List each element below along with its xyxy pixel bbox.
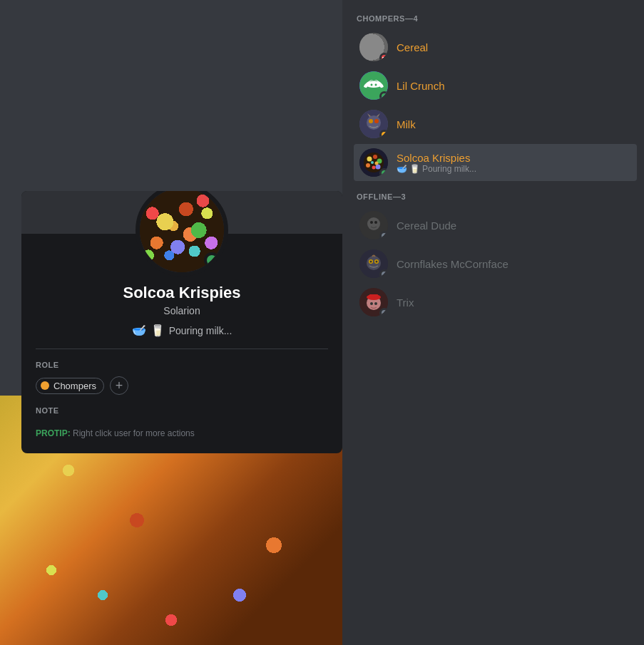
svg-point-20 — [372, 166, 376, 170]
offline-section: OFFLINE—3 Cereal Dude — [354, 192, 637, 321]
svg-point-26 — [374, 221, 377, 224]
svg-point-18 — [366, 163, 370, 167]
member-avatar-trix — [359, 288, 388, 316]
member-item-cornflakes[interactable]: Cornflakes McCornface — [354, 245, 637, 282]
svg-point-55 — [205, 225, 218, 237]
role-container: Chompers + — [36, 376, 328, 395]
svg-point-53 — [145, 243, 156, 254]
svg-point-37 — [370, 302, 373, 305]
profile-username: Solarion — [36, 305, 328, 316]
member-item-trix[interactable]: Trix — [354, 284, 637, 321]
member-item-milk[interactable]: Milk — [354, 105, 637, 143]
profile-card: Solcoa Krispies Solarion 🥣 🥛 Pouring mil… — [21, 191, 342, 453]
cornflakes-name: Cornflakes McCornface — [397, 258, 508, 270]
trix-name: Trix — [397, 296, 414, 309]
svg-point-19 — [376, 165, 381, 170]
svg-point-31 — [370, 261, 372, 263]
member-item-cerealdude[interactable]: Cereal Dude — [354, 207, 637, 244]
cerealdude-status-offline — [379, 231, 388, 239]
svg-point-16 — [373, 155, 377, 159]
svg-point-46 — [170, 225, 180, 234]
status-text: Pouring milk... — [169, 325, 232, 336]
cornflakes-status-offline — [379, 269, 388, 278]
svg-point-45 — [175, 241, 187, 252]
status-emoji-milk: 🥛 — [150, 324, 165, 337]
add-role-button[interactable]: + — [110, 376, 128, 395]
member-avatar-solcoa — [359, 148, 388, 177]
svg-rect-36 — [369, 294, 378, 299]
note-section: NOTE — [36, 406, 328, 415]
protip-content: Right click user for more actions — [73, 428, 195, 438]
member-avatar-lilcrunch — [359, 71, 388, 100]
lilcrunch-name: Lil Crunch — [397, 80, 445, 92]
offline-section-header: OFFLINE—3 — [354, 192, 637, 201]
svg-point-11 — [369, 119, 373, 123]
svg-point-56 — [152, 204, 163, 215]
svg-point-54 — [175, 212, 183, 221]
chompers-section-header: CHOMPERS—4 — [354, 14, 637, 23]
role-badge-chompers[interactable]: Chompers — [36, 378, 104, 394]
member-list-panel: CHOMPERS—4 Cereal — [342, 0, 644, 645]
svg-point-12 — [374, 119, 379, 123]
cereal-name: Cereal — [397, 41, 428, 53]
svg-point-43 — [155, 232, 168, 244]
member-item-cereal[interactable]: Cereal — [354, 29, 637, 66]
status-emoji-bowl: 🥣 — [132, 324, 146, 337]
svg-point-57 — [185, 194, 195, 204]
cerealdude-name: Cereal Dude — [397, 220, 456, 232]
svg-point-15 — [367, 157, 372, 162]
role-section-label: ROLE — [36, 361, 328, 369]
trix-status-offline — [379, 308, 388, 316]
member-item-lilcrunch[interactable]: Lil Crunch — [354, 67, 637, 104]
svg-point-21 — [371, 161, 374, 164]
member-item-solcoa[interactable]: Solcoa Krispies 🥣🥛 Pouring milk... — [354, 144, 637, 181]
member-avatar-cereal — [359, 33, 388, 61]
svg-point-40 — [160, 211, 174, 225]
svg-point-41 — [178, 202, 190, 215]
svg-point-44 — [190, 237, 204, 251]
svg-point-38 — [374, 302, 377, 305]
svg-point-47 — [188, 222, 199, 233]
svg-point-28 — [367, 256, 381, 270]
svg-point-25 — [370, 221, 373, 224]
svg-point-24 — [367, 217, 380, 230]
profile-status-line: 🥣 🥛 Pouring milk... — [36, 324, 328, 337]
section-divider — [36, 349, 328, 349]
svg-point-49 — [198, 207, 210, 219]
milk-name: Milk — [397, 118, 416, 130]
profile-display-name: Solcoa Krispies — [36, 284, 328, 302]
member-avatar-milk — [359, 110, 388, 138]
solcoa-name: Solcoa Krispies — [397, 152, 631, 164]
svg-point-32 — [376, 261, 378, 263]
note-section-label: NOTE — [36, 406, 328, 415]
svg-point-50 — [149, 219, 159, 229]
member-avatar-cornflakes — [359, 249, 388, 278]
protip-section: PROTIP: Right click user for more action… — [36, 426, 328, 439]
cereal-status-dnd — [379, 53, 388, 61]
svg-point-51 — [180, 250, 192, 262]
member-avatar-cerealdude — [359, 211, 388, 239]
protip-label: PROTIP: — [36, 428, 71, 438]
protip-text: PROTIP: Right click user for more action… — [36, 428, 195, 438]
role-badge-label: Chompers — [53, 381, 96, 391]
svg-point-22 — [375, 162, 379, 165]
profile-online-status — [204, 252, 220, 268]
milk-status-idle — [379, 130, 388, 138]
profile-avatar — [136, 191, 228, 277]
role-color-dot — [41, 381, 49, 390]
lilcrunch-status-online — [379, 91, 388, 100]
solcoa-status-online — [379, 168, 388, 177]
svg-point-48 — [167, 246, 177, 256]
svg-point-42 — [193, 217, 208, 231]
profile-avatar-container — [136, 191, 228, 277]
solcoa-subtext: 🥣🥛 Pouring milk... — [397, 164, 631, 174]
